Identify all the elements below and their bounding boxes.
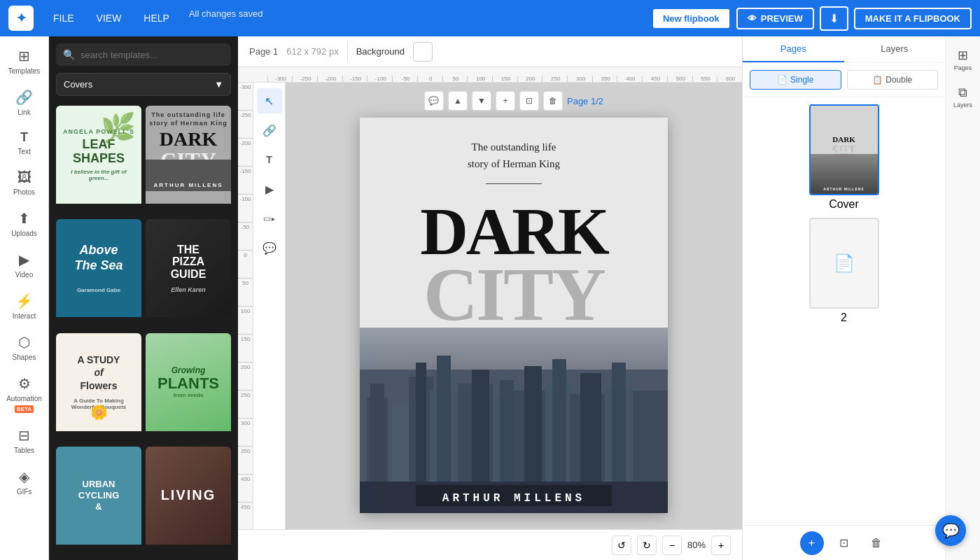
chat-bubble[interactable]: 💬 — [935, 515, 966, 546]
download-button[interactable]: ⬇ — [820, 6, 848, 31]
template-plants[interactable]: Growing PLANTS from seeds — [146, 333, 231, 442]
sidebar-item-tables[interactable]: ⊟ Tables — [2, 421, 47, 460]
zoom-out-button[interactable]: − — [662, 536, 682, 555]
template-leaf-shapes[interactable]: ANGELA POWELL'S LEAFSHAPES I believe in … — [56, 106, 141, 215]
page-duplicate-btn[interactable]: ⊡ — [519, 91, 539, 111]
single-view-btn[interactable]: 📄 Single — [750, 70, 841, 90]
chevron-down-icon: ▼ — [214, 79, 223, 90]
app-logo[interactable]: ✦ — [8, 6, 34, 31]
link-tool[interactable]: 🔗 — [257, 118, 282, 143]
template-study-flowers[interactable]: A STUDYofFlowers A Guide To Making Wonde… — [56, 333, 141, 442]
sidebar-item-video[interactable]: ▶ Video — [2, 246, 47, 284]
make-flipbook-button[interactable]: MAKE IT A FLIPBOOK — [854, 8, 972, 29]
category-dropdown[interactable]: Covers ▼ — [56, 73, 231, 96]
sidebar-item-link[interactable]: 🔗 Link — [2, 83, 47, 122]
right-icon-bar: ⊞ Pages ⧉ Layers — [945, 36, 980, 560]
left-tools: ↖ 🔗 T ▶ ▭▸ 💬 — [253, 83, 286, 529]
sidebar-label-gifs: GIFs — [17, 488, 32, 496]
page-1-label: Cover — [829, 198, 859, 211]
right-layers-label: Layers — [953, 102, 972, 108]
text-icon: T — [20, 130, 28, 145]
sidebar-label-text: Text — [18, 148, 30, 155]
background-label: Background — [356, 46, 405, 57]
uploads-icon: ⬆ — [18, 210, 30, 227]
nav-help[interactable]: HELP — [135, 8, 178, 28]
sidebar-label-templates: Templates — [8, 67, 41, 75]
category-label: Covers — [64, 79, 92, 90]
page-up-btn[interactable]: ▲ — [448, 91, 468, 111]
sidebar-item-uploads[interactable]: ⬆ Uploads — [2, 204, 47, 243]
sidebar-item-interact[interactable]: ⚡ Interact — [2, 287, 47, 326]
page-thumb-2[interactable]: 📄 2 — [750, 218, 938, 324]
search-bar: 🔍 — [56, 43, 231, 66]
tables-icon: ⊟ — [18, 427, 30, 444]
right-pages-label: Pages — [954, 64, 972, 71]
new-flipbook-button[interactable]: New flipbook — [652, 8, 731, 29]
single-view-label: Single — [790, 75, 813, 85]
search-input[interactable] — [80, 50, 224, 60]
right-layers-btn[interactable]: ⧉ Layers — [947, 80, 979, 114]
template-dark-city[interactable]: The outstanding life story of Herman Kin… — [146, 106, 231, 215]
sidebar-item-automation[interactable]: ⚙ Automation BETA — [2, 370, 47, 419]
book-cover[interactable]: The outstanding life story of Herman Kin… — [360, 118, 668, 513]
duplicate-page-btn[interactable]: ⊡ — [832, 531, 856, 555]
gifs-icon: ◈ — [19, 468, 29, 485]
sidebar-item-shapes[interactable]: ⬡ Shapes — [2, 328, 47, 367]
sidebar-item-templates[interactable]: ⊞ Templates — [2, 42, 47, 80]
template-living[interactable]: LIVING — [146, 447, 231, 556]
sidebar-label-shapes: Shapes — [13, 354, 36, 361]
template-urban-cycling[interactable]: URBANCYCLING& — [56, 447, 141, 556]
background-color-picker[interactable] — [413, 42, 433, 62]
add-page-btn[interactable]: + — [800, 531, 824, 555]
nav-view[interactable]: VIEW — [88, 8, 130, 28]
page-thumb-img-2: 📄 — [809, 218, 879, 309]
right-panel: Pages Layers 📄 Single 📋 Double — [742, 36, 980, 560]
sidebar-item-photos[interactable]: 🖼 Photos — [2, 164, 47, 202]
automation-beta-badge: BETA — [15, 405, 34, 413]
sidebar-label-tables: Tables — [14, 447, 34, 454]
canvas-area: Page 1 612 x 792 px Background -300 -250… — [238, 36, 742, 560]
video-tool[interactable]: ▶ — [257, 176, 282, 202]
sidebar-item-gifs[interactable]: ◈ GIFs — [2, 463, 47, 501]
pages-icon: ⊞ — [958, 48, 968, 63]
preview-button[interactable]: 👁 PREVIEW — [736, 8, 814, 29]
select-tool[interactable]: ↖ — [257, 88, 282, 113]
single-page-icon: 📄 — [777, 75, 788, 85]
templates-grid: ANGELA POWELL'S LEAFSHAPES I believe in … — [49, 102, 238, 560]
page-thumb-1[interactable]: DARK CITY ARTHUR MILLENS 📖 Cover — [750, 104, 938, 211]
templates-panel: 🔍 Covers ▼ ANGELA POWELL'S LEAFSHAPES I … — [49, 36, 238, 560]
double-view-btn[interactable]: 📋 Double — [847, 70, 939, 90]
shapes-icon: ⬡ — [18, 334, 30, 351]
templates-icon: ⊞ — [18, 48, 30, 64]
frame-tool[interactable]: ▭▸ — [257, 206, 282, 231]
automation-icon: ⚙ — [18, 375, 31, 392]
page-add-btn[interactable]: + — [496, 91, 515, 111]
panel-view-tabs: 📄 Single 📋 Double — [743, 63, 945, 97]
page-comment-btn[interactable]: 💬 — [424, 91, 444, 111]
city-skyline-svg — [360, 328, 668, 513]
sidebar-label-photos: Photos — [13, 188, 35, 196]
sidebar-label-link: Link — [18, 108, 30, 116]
topbar: ✦ FILE VIEW HELP All changes saved New f… — [0, 0, 980, 36]
cover-author: ARTHUR MILLENS — [360, 492, 668, 505]
icon-sidebar: ⊞ Templates 🔗 Link T Text 🖼 Photos ⬆ Upl… — [0, 36, 49, 560]
template-pizza-guide[interactable]: THEPIZZAGUIDE Ellen Karen — [146, 219, 231, 328]
preview-eye-icon: 👁 — [748, 13, 757, 24]
redo-button[interactable]: ↻ — [637, 536, 657, 555]
right-pages-btn[interactable]: ⊞ Pages — [947, 42, 979, 77]
pages-layers-panel: Pages Layers 📄 Single 📋 Double — [743, 36, 945, 560]
sidebar-item-text[interactable]: T Text — [2, 125, 47, 161]
page-delete-btn[interactable]: 🗑 — [543, 91, 563, 111]
page-down-btn[interactable]: ▼ — [472, 91, 491, 111]
nav-file[interactable]: FILE — [45, 8, 83, 28]
tab-pages[interactable]: Pages — [743, 36, 844, 62]
zoom-in-button[interactable]: + — [711, 536, 731, 555]
text-tool[interactable]: T — [257, 147, 282, 172]
delete-page-btn[interactable]: 🗑 — [864, 531, 888, 555]
tab-layers[interactable]: Layers — [844, 36, 946, 62]
undo-button[interactable]: ↺ — [612, 536, 631, 555]
comment-tool[interactable]: 💬 — [257, 235, 282, 260]
template-above-the-sea[interactable]: AboveThe Sea Garamond Gabe — [56, 219, 141, 328]
canvas-scroll[interactable]: 💬 ▲ ▼ + ⊡ 🗑 Page 1/2 The outstand — [286, 83, 742, 529]
search-icon: 🔍 — [63, 49, 75, 60]
